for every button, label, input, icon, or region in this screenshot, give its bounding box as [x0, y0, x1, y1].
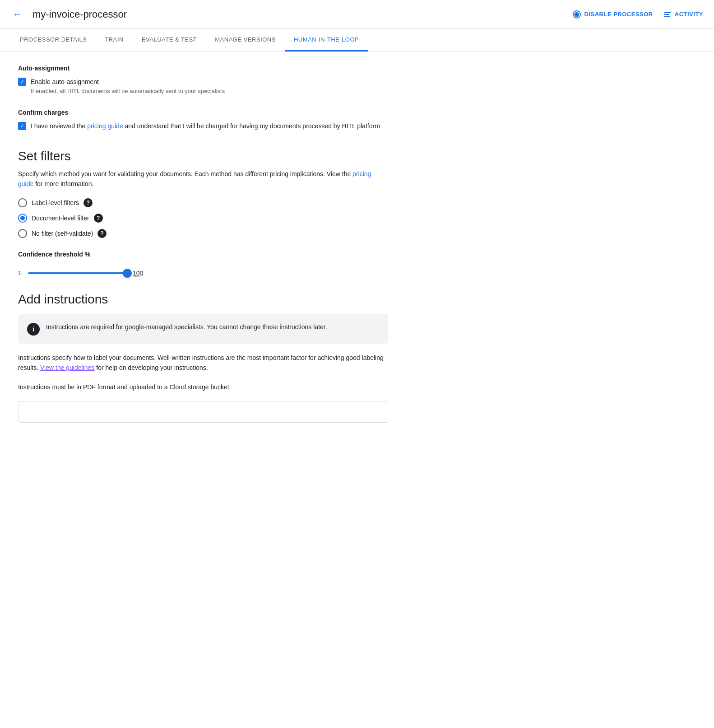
info-banner: i Instructions are required for google-m… [18, 314, 388, 344]
page-title: my-invoice-processor [32, 9, 564, 20]
confidence-slider-container [28, 269, 127, 278]
filter-radio-group: Label-level filters ? Document-level fil… [18, 198, 388, 238]
auto-assignment-section: Auto-assignment ✓ Enable auto-assignment… [18, 65, 388, 94]
disable-processor-button[interactable]: ⬤ DISABLE PROCESSOR [573, 10, 653, 19]
info-banner-text: Instructions are required for google-man… [46, 322, 327, 332]
nav-tabs: PROCESSOR DETAILS TRAIN EVALUATE & TEST … [0, 29, 714, 52]
auto-assignment-checkbox[interactable]: ✓ [18, 78, 26, 86]
tab-processor-details[interactable]: PROCESSOR DETAILS [11, 29, 96, 51]
confidence-threshold-label: Confidence threshold % [18, 251, 388, 258]
checkmark-icon: ✓ [20, 79, 24, 84]
set-filters-section: Set filters Specify which method you wan… [18, 149, 388, 278]
radio-label-level-button[interactable] [18, 198, 27, 207]
tab-human-in-the-loop[interactable]: HUMAN-IN-THE-LOOP [285, 29, 368, 51]
radio-label-level-text: Label-level filters [32, 199, 79, 206]
activity-button[interactable]: ACTIVITY [664, 11, 703, 18]
slider-track [28, 272, 127, 274]
set-filters-desc-after: for more information. [33, 180, 93, 187]
auto-assignment-label: Auto-assignment [18, 65, 388, 72]
document-level-help-icon[interactable]: ? [94, 214, 103, 223]
radio-document-level[interactable]: Document-level filter ? [18, 214, 388, 223]
label-level-help-icon[interactable]: ? [83, 198, 93, 207]
activity-label: ACTIVITY [675, 11, 703, 18]
confidence-slider-row: 1 100 [18, 269, 388, 278]
slider-thumb[interactable] [123, 269, 132, 278]
radio-no-filter-text: No filter (self-validate) [32, 230, 93, 237]
instructions-note: Instructions must be in PDF format and u… [18, 382, 388, 392]
auto-assignment-checkbox-row: ✓ Enable auto-assignment If enabled, all… [18, 77, 388, 94]
tab-evaluate-test[interactable]: EVALUATE & TEST [133, 29, 206, 51]
radio-label-level[interactable]: Label-level filters ? [18, 198, 388, 207]
confirm-charges-text-after: and understand that I will be charged fo… [123, 122, 380, 130]
confirm-charges-text-before: I have reviewed the [31, 122, 87, 130]
tab-train[interactable]: TRAIN [96, 29, 133, 51]
instructions-description: Instructions specify how to label your d… [18, 353, 388, 373]
auto-assignment-text: Enable auto-assignment [31, 77, 225, 87]
set-filters-description: Specify which method you want for valida… [18, 169, 388, 189]
top-actions: ⬤ DISABLE PROCESSOR ACTIVITY [573, 10, 703, 19]
add-instructions-section: Add instructions i Instructions are requ… [18, 292, 388, 423]
instructions-input-row[interactable] [18, 401, 388, 423]
confirm-charges-checkbox[interactable]: ✓ [18, 122, 26, 130]
slider-current-value[interactable]: 100 [133, 270, 143, 277]
content-area: Auto-assignment ✓ Enable auto-assignment… [0, 52, 406, 435]
activity-icon [664, 12, 671, 17]
no-filter-help-icon[interactable]: ? [97, 229, 107, 238]
radio-document-level-inner [20, 216, 25, 220]
back-button[interactable]: ← [11, 7, 23, 21]
checkmark-icon-2: ✓ [20, 123, 24, 129]
pricing-guide-link-1[interactable]: pricing guide [87, 122, 123, 130]
confirm-charges-section: Confirm charges ✓ I have reviewed the pr… [18, 109, 388, 131]
confirm-charges-label: Confirm charges [18, 109, 388, 116]
add-instructions-title: Add instructions [18, 292, 388, 307]
view-guidelines-link[interactable]: View the guidelines [40, 364, 94, 371]
set-filters-desc-before: Specify which method you want for valida… [18, 170, 352, 177]
disable-icon: ⬤ [573, 10, 581, 19]
radio-document-level-text: Document-level filter [32, 215, 89, 222]
radio-no-filter-button[interactable] [18, 229, 27, 238]
confirm-charges-text: I have reviewed the pricing guide and un… [31, 121, 380, 131]
radio-document-level-button[interactable] [18, 214, 27, 223]
disable-processor-label: DISABLE PROCESSOR [584, 11, 653, 18]
auto-assignment-subtext: If enabled, all HITL documents will be a… [31, 88, 225, 94]
auto-assignment-text-block: Enable auto-assignment If enabled, all H… [31, 77, 225, 94]
instructions-desc-after: for help on developing your instructions… [94, 364, 208, 371]
top-bar: ← my-invoice-processor ⬤ DISABLE PROCESS… [0, 0, 714, 29]
confirm-charges-checkbox-row: ✓ I have reviewed the pricing guide and … [18, 121, 388, 131]
tab-manage-versions[interactable]: MANAGE VERSIONS [206, 29, 285, 51]
back-icon: ← [13, 9, 22, 19]
slider-min-value: 1 [18, 270, 23, 276]
info-icon: i [27, 323, 40, 336]
set-filters-title: Set filters [18, 149, 388, 163]
radio-no-filter[interactable]: No filter (self-validate) ? [18, 229, 388, 238]
